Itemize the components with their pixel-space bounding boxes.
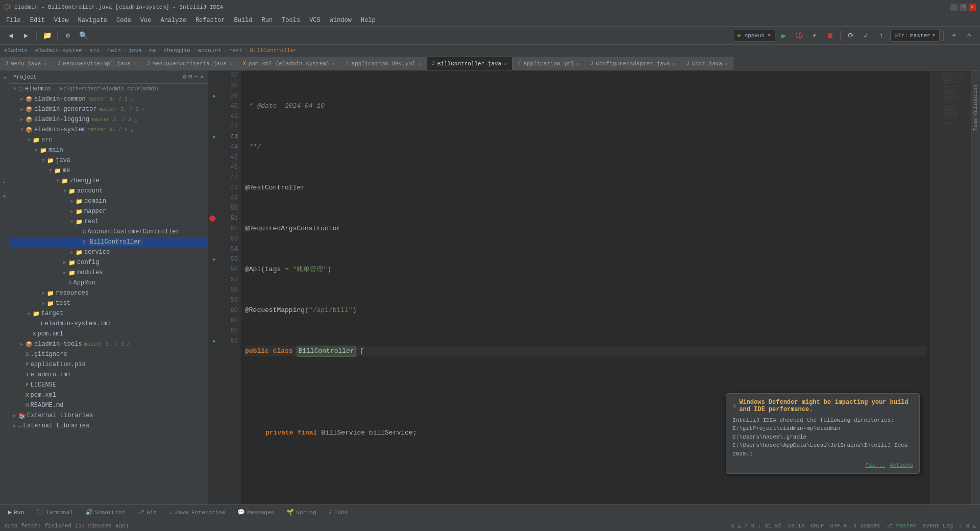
git-update-icon[interactable]: ⟳: [844, 29, 857, 42]
todo-tab[interactable]: ✓ TODO: [325, 508, 352, 517]
linesep-status[interactable]: CRLF: [811, 523, 824, 529]
menu-window[interactable]: Window: [326, 16, 356, 25]
tab-pom[interactable]: X pom.xml (eladmin-system) ✕: [238, 57, 340, 70]
undo-button[interactable]: ↶: [947, 29, 961, 42]
minimap[interactable]: @RestController @RequiredArgsConstructor…: [930, 70, 971, 504]
menu-vue[interactable]: Vue: [136, 16, 156, 25]
terminal-tab[interactable]: ⬛ Terminal: [32, 508, 77, 517]
menu-tools[interactable]: Tools: [278, 16, 304, 25]
indent-status[interactable]: 4 spaces: [853, 523, 880, 529]
tree-domain[interactable]: ▶ 📁 domain: [9, 196, 208, 206]
breadcrumb-eladmin[interactable]: eladmin: [4, 47, 28, 54]
tree-resources[interactable]: ▶ 📁 resources: [9, 288, 208, 298]
menu-vcs[interactable]: VCS: [305, 16, 325, 25]
sidebar-tool-close[interactable]: ✕: [200, 73, 204, 81]
run-button[interactable]: ▶: [777, 29, 791, 42]
tab-menuquery-close[interactable]: ✕: [229, 61, 232, 67]
close-button[interactable]: ✕: [969, 4, 976, 11]
spring-tab[interactable]: 🌱 Spring: [282, 508, 321, 517]
tree-scratches[interactable]: ▶ ✏ External Libraries: [9, 421, 208, 431]
run-tab[interactable]: ▶ Run: [4, 508, 28, 517]
branch-status[interactable]: ⎇ master: [886, 522, 916, 529]
team-validation-tab[interactable]: Team Validation: [972, 83, 979, 133]
fix-link[interactable]: Fix...: [865, 462, 886, 468]
tab-menu[interactable]: J Menu.java ✕: [0, 57, 52, 70]
tree-zhengjie[interactable]: ▼ 📁 zhengjie: [9, 176, 208, 186]
tab-menuservice[interactable]: J MenuServiceImpl.java ✕: [52, 57, 141, 70]
tab-menuservice-close[interactable]: ✕: [133, 61, 136, 67]
breadcrumb-src[interactable]: src: [90, 47, 100, 54]
tab-configurer[interactable]: J ConfigurerAdapter.java ✕: [585, 57, 681, 70]
gutter-55[interactable]: ▶: [208, 254, 220, 264]
menu-view[interactable]: View: [50, 16, 73, 25]
sidebar-tool-collapse[interactable]: —: [194, 73, 198, 81]
stop-button[interactable]: ⏹: [823, 29, 837, 42]
tree-eladmin-common[interactable]: ▶ 📦 eladmin-common master 3↓ / 3 △: [9, 94, 208, 104]
git-status[interactable]: 3 △ / 0 ↓ 31 Si: [731, 522, 781, 529]
java-ent-tab[interactable]: ☕ Java Enterprise: [165, 508, 229, 517]
tree-license[interactable]: F LICENSE: [9, 380, 208, 390]
tab-appdev-close[interactable]: ✕: [418, 61, 421, 67]
tab-appdev[interactable]: Y application-dev.yml ✕: [340, 57, 426, 70]
sidebar-tool-expand[interactable]: ⊞: [188, 73, 192, 81]
tree-rest[interactable]: ▼ 📁 rest: [9, 216, 208, 227]
tree-accountcustomer[interactable]: C AccountCustomerController: [9, 227, 208, 237]
tab-pom-close[interactable]: ✕: [332, 61, 335, 67]
tree-apprun[interactable]: A AppRun: [9, 278, 208, 288]
tree-eladmin-logging[interactable]: ▶ 📦 eladmin-logging master 3↓ / 3 △: [9, 114, 208, 125]
tab-billcontroller[interactable]: J BillController.java ✕: [427, 57, 512, 70]
sonar-tab[interactable]: 🔊 SonarLint: [81, 508, 129, 517]
breadcrumb-account[interactable]: account: [198, 47, 222, 54]
notifications-badge[interactable]: ⚠ 3 △: [959, 522, 976, 529]
menu-run[interactable]: Run: [258, 16, 277, 25]
tree-target[interactable]: ▶ 📁 target: [9, 308, 208, 319]
breadcrumb-main[interactable]: main: [107, 47, 120, 54]
tab-appyml-close[interactable]: ✕: [576, 61, 579, 67]
web-icon[interactable]: W: [1, 191, 9, 201]
breadcrumb-system[interactable]: eladmin-system: [35, 47, 82, 54]
tree-apppid[interactable]: P application.pid: [9, 359, 208, 370]
tree-service[interactable]: ▶ 📁 service: [9, 247, 208, 257]
tab-dict[interactable]: J Dict.java ✕: [681, 57, 733, 70]
favorites-icon[interactable]: ★: [1, 177, 9, 187]
gutter-39[interactable]: ▶: [208, 91, 220, 101]
tree-eladmin[interactable]: ▼ ⬡ eladmin – E:\gitProject\eladmin-mp\e…: [9, 84, 208, 94]
actions-link[interactable]: Actions: [890, 462, 913, 468]
encoding-status[interactable]: UTF-8: [830, 523, 847, 529]
settings-icon[interactable]: ⚙: [61, 29, 75, 42]
tab-billcontroller-close[interactable]: ✕: [504, 61, 507, 67]
tree-test[interactable]: ▶ 📁 test: [9, 298, 208, 308]
git-tab[interactable]: ⎇ Git: [133, 508, 161, 517]
breadcrumb-me[interactable]: me: [149, 47, 156, 54]
gutter-43[interactable]: ▶: [208, 132, 220, 142]
tree-src[interactable]: ▼ 📁 src: [9, 135, 208, 145]
git-branch-dropdown[interactable]: Git: master ▼: [890, 30, 940, 42]
project-icon[interactable]: 📁: [40, 29, 54, 42]
debug-button[interactable]: 🐞: [793, 29, 806, 42]
breadcrumb-java[interactable]: java: [128, 47, 141, 54]
forward-button[interactable]: ▶: [19, 29, 33, 42]
tree-pom-system[interactable]: X pom.xml: [9, 329, 208, 339]
tree-config[interactable]: ▶ 📁 config: [9, 257, 208, 268]
tree-pom-root[interactable]: X pom.xml: [9, 390, 208, 400]
tree-eladmin-generator[interactable]: ▶ 📦 eladmin-generator master 3↓ / 3 △: [9, 104, 208, 114]
tree-eladmin-iml[interactable]: I eladmin.iml: [9, 370, 208, 380]
position-status[interactable]: 43:14: [788, 523, 804, 529]
tree-readme[interactable]: M README.md: [9, 400, 208, 411]
tree-me[interactable]: ▼ 📁 me: [9, 165, 208, 176]
git-push-icon[interactable]: ↑: [875, 29, 888, 42]
menu-edit[interactable]: Edit: [26, 16, 49, 25]
gutter-63[interactable]: ▶: [208, 336, 220, 346]
search-everywhere-icon[interactable]: 🔍: [77, 29, 90, 42]
minimize-button[interactable]: ─: [950, 4, 958, 11]
tree-eladmin-tools[interactable]: ▶ 📦 eladmin-tools master 3↓ / 3 △: [9, 339, 208, 349]
tab-menuquery[interactable]: J MenuQueryCriteria.java ✕: [142, 57, 238, 70]
tab-dict-close[interactable]: ✕: [725, 61, 728, 67]
coverage-button[interactable]: ⚡: [808, 29, 821, 42]
sidebar-tool-settings[interactable]: ⚙: [183, 73, 186, 81]
tree-billcontroller[interactable]: C BillController: [9, 237, 208, 247]
project-tool-button[interactable]: P: [1, 73, 9, 83]
gutter-51[interactable]: ▶: [208, 213, 220, 224]
menu-analyze[interactable]: Analyze: [156, 16, 190, 25]
tree-external-libs[interactable]: ▶ 📚 External Libraries: [9, 411, 208, 421]
